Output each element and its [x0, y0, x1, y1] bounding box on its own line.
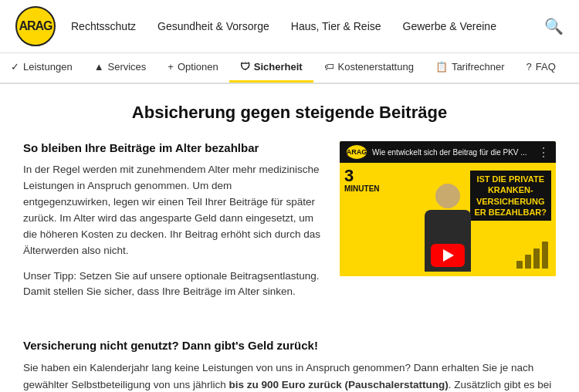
tab-faq[interactable]: ? FAQ	[516, 53, 567, 83]
main-nav: Rechtsschutz Gesundheit & Vorsorge Haus,…	[71, 20, 544, 32]
video-title: Wie entwickelt sich der Beitrag für die …	[372, 148, 533, 157]
play-icon	[443, 249, 454, 262]
nav-item-gewerbe[interactable]: Gewerbe & Vereine	[403, 20, 496, 32]
tab-navigation: ✓ Leistungen ▲ Services + Optionen 🛡 Sic…	[0, 53, 579, 84]
section2-heading: Versicherung nicht genutzt? Dann gibt's …	[23, 339, 556, 352]
tab-kostenerstattung[interactable]: 🏷 Kostenerstattung	[313, 53, 425, 83]
search-icon[interactable]: 🔍	[544, 17, 564, 35]
video-thumbnail[interactable]: ARAG Wie entwickelt sich der Beitrag für…	[340, 141, 556, 276]
section1-para1: In der Regel werden mit zunehmendem Alte…	[23, 162, 321, 259]
video-top-bar: ARAG Wie entwickelt sich der Beitrag für…	[340, 141, 556, 163]
nav-item-gesundheit[interactable]: Gesundheit & Vorsorge	[157, 20, 269, 32]
tab-optionen[interactable]: + Optionen	[157, 53, 229, 83]
question-icon: ?	[527, 61, 532, 73]
video-chart	[516, 238, 548, 269]
video-options-icon[interactable]: ⋮	[537, 145, 550, 160]
main-content: Absicherung gegen steigende Beiträge So …	[0, 84, 579, 392]
shield-icon: 🛡	[240, 61, 250, 73]
tag-icon: 🏷	[324, 61, 334, 73]
video-logo: ARAG	[346, 144, 367, 160]
services-icon: ▲	[94, 61, 104, 73]
plus-icon: +	[168, 61, 174, 73]
header: ARAG Rechtsschutz Gesundheit & Vorsorge …	[0, 0, 579, 53]
page-title: Absicherung gegen steigende Beiträge	[23, 103, 556, 123]
nav-item-rechtsschutz[interactable]: Rechtsschutz	[71, 20, 136, 32]
video-body: 3 MINUTEN IST DIE PRIVATE KRANKEN- VERSI…	[340, 163, 556, 276]
section-rueckerstattung: Versicherung nicht genutzt? Dann gibt's …	[23, 331, 556, 392]
calculator-icon: 📋	[435, 61, 448, 73]
video-overlay-text: 3 MINUTEN	[344, 167, 380, 194]
section-text: So bleiben Ihre Beiträge im Alter bezahl…	[23, 141, 321, 309]
tab-services[interactable]: ▲ Services	[83, 53, 157, 83]
nav-item-haus[interactable]: Haus, Tier & Reise	[291, 20, 381, 32]
video-side-text: IST DIE PRIVATE KRANKEN- VERSICHERUNG ER…	[470, 171, 552, 221]
tab-leistungen[interactable]: ✓ Leistungen	[0, 53, 83, 83]
check-icon: ✓	[11, 61, 19, 73]
video-play-button[interactable]	[431, 244, 465, 267]
section1-heading: So bleiben Ihre Beiträge im Alter bezahl…	[23, 141, 321, 154]
logo[interactable]: ARAG	[15, 6, 56, 46]
section-beitraege: So bleiben Ihre Beiträge im Alter bezahl…	[23, 141, 556, 309]
tab-sicherheit[interactable]: 🛡 Sicherheit	[229, 53, 313, 83]
section1-para2: Unser Tipp: Setzen Sie auf unsere option…	[23, 269, 321, 301]
tab-tarifrechner[interactable]: 📋 Tarifrechner	[425, 53, 516, 83]
section2-text: Sie haben ein Kalenderjahr lang keine Le…	[23, 360, 556, 392]
